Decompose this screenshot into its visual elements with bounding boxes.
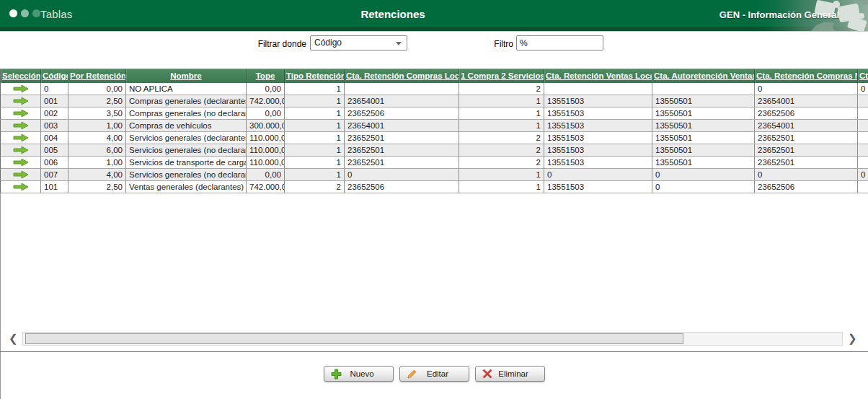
filtro-input[interactable] bbox=[516, 35, 603, 51]
cell-cta_retencion_ventas_local: 13551503 bbox=[544, 144, 652, 157]
table-row: 0023,50Compras generales (no declarantes… bbox=[0, 108, 868, 120]
cell-nombre: Compras generales (no declarantes) bbox=[126, 108, 247, 120]
cell-tope: 300.000,00 bbox=[247, 120, 285, 132]
cell-cta_retencion_compras_niif: 0 bbox=[755, 83, 858, 95]
cell-codigo: 0 bbox=[41, 83, 68, 95]
cell-por_retencion: 4,00 bbox=[68, 132, 126, 144]
cell-compra_servicios: 1 bbox=[459, 181, 544, 193]
row-select-arrow[interactable] bbox=[0, 169, 41, 181]
row-select-arrow[interactable] bbox=[0, 95, 41, 108]
table-row: 1012,50Ventas generales (declarantes)742… bbox=[0, 181, 868, 193]
column-header-tope[interactable]: Tope bbox=[247, 69, 285, 83]
filter-where-label: Filtrar donde bbox=[245, 39, 306, 49]
cell-cta_retencion_ventas_local: 13551503 bbox=[544, 108, 652, 120]
row-select-arrow[interactable] bbox=[0, 181, 41, 193]
cell-cta_retencion_compras_local: 23652501 bbox=[345, 132, 459, 144]
cell-por_retencion: 1,00 bbox=[68, 120, 126, 132]
cell-codigo: 004 bbox=[41, 132, 68, 144]
column-header-cta_retencion_compras_local[interactable]: Cta. Retención Compras Local bbox=[345, 69, 459, 83]
page-title: Retenciones bbox=[0, 0, 786, 27]
cell-nombre: Ventas generales (declarantes) bbox=[126, 181, 247, 193]
cell-tope: 742.000,00 bbox=[247, 95, 285, 108]
arrow-right-icon bbox=[13, 170, 29, 179]
scrollbar-thumb[interactable] bbox=[25, 333, 683, 344]
cell-cta_retencion_compras_niif: 23652501 bbox=[755, 132, 858, 144]
cell-cta_autoretencion_ventas: 13550501 bbox=[652, 95, 755, 108]
scrollbar-track[interactable] bbox=[22, 332, 843, 346]
cell-cta_retencion_ventas_local: 13551503 bbox=[544, 157, 652, 169]
cell-codigo: 007 bbox=[41, 169, 68, 181]
cell-cta_autoretencion_ventas: 13550501 bbox=[652, 132, 755, 144]
column-header-cta_autoretencion_ventas[interactable]: Cta. Autoretención Ventas bbox=[652, 69, 755, 83]
cell-nombre: Compras generales (declarantes) bbox=[126, 95, 247, 108]
filter-where-select[interactable]: Código bbox=[310, 35, 407, 51]
row-select-arrow[interactable] bbox=[0, 120, 41, 132]
cell-extra bbox=[858, 120, 868, 132]
column-header-cta_retencion_compras_niif[interactable]: Cta. Retención Compras Niif bbox=[755, 69, 858, 83]
cell-tipo_retencion: 1 bbox=[285, 132, 345, 144]
arrow-right-icon bbox=[13, 183, 29, 191]
cell-cta_retencion_ventas_local: 13551503 bbox=[544, 95, 652, 108]
cell-extra bbox=[858, 108, 868, 120]
app-window: Tablas Retenciones bbox=[0, 0, 868, 399]
grid-body: 00,00NO APLICA0,0012000012,50Compras gen… bbox=[0, 83, 868, 193]
arrow-right-icon bbox=[13, 97, 29, 105]
cell-extra: 0 bbox=[858, 169, 868, 181]
filtro-label: Filtro bbox=[476, 39, 513, 49]
cell-tipo_retencion: 2 bbox=[285, 181, 345, 193]
column-header-compra_servicios[interactable]: 1 Compra 2 Servicios bbox=[459, 69, 544, 83]
cell-cta_retencion_compras_niif: 0 bbox=[755, 169, 858, 181]
cell-cta_retencion_ventas_local: 13551503 bbox=[544, 120, 652, 132]
delete-button[interactable]: Eliminar bbox=[475, 366, 545, 382]
cell-cta_retencion_ventas_local: 13551503 bbox=[544, 132, 652, 144]
cell-cta_retencion_compras_niif: 23652506 bbox=[755, 181, 858, 193]
cell-compra_servicios: 1 bbox=[459, 169, 544, 181]
column-header-por_retencion[interactable]: Por Retención bbox=[68, 69, 126, 83]
cell-cta_retencion_compras_niif: 23652506 bbox=[755, 108, 858, 120]
scroll-left-arrow-icon[interactable]: ❮ bbox=[9, 332, 18, 345]
column-header-cta_retencion_ventas_local[interactable]: Cta. Retención Ventas Local bbox=[544, 69, 652, 83]
cell-codigo: 003 bbox=[41, 120, 68, 132]
cell-por_retencion: 1,00 bbox=[68, 157, 126, 169]
row-select-arrow[interactable] bbox=[0, 144, 41, 157]
cell-tope: 0,00 bbox=[247, 169, 285, 181]
cell-nombre: NO APLICA bbox=[126, 83, 247, 95]
table-row: 0056,00Servicios generales (no declarant… bbox=[0, 144, 868, 157]
row-select-arrow[interactable] bbox=[0, 83, 41, 95]
cell-extra bbox=[858, 132, 868, 144]
cell-por_retencion: 0,00 bbox=[68, 83, 126, 95]
column-header-seleccion[interactable]: Selección bbox=[0, 69, 41, 83]
column-header-tipo_retencion[interactable]: Tipo Retención bbox=[285, 69, 345, 83]
cell-codigo: 005 bbox=[41, 144, 68, 157]
edit-button[interactable]: Editar bbox=[399, 366, 469, 382]
cell-cta_retencion_ventas_local bbox=[544, 83, 652, 95]
row-select-arrow[interactable] bbox=[0, 108, 41, 120]
new-button[interactable]: Nuevo bbox=[324, 366, 394, 382]
cell-cta_retencion_compras_local: 23652501 bbox=[345, 144, 459, 157]
column-header-nombre[interactable]: Nombre bbox=[126, 69, 247, 83]
cell-cta_retencion_compras_local bbox=[345, 83, 459, 95]
cell-tipo_retencion: 1 bbox=[285, 169, 345, 181]
row-select-arrow[interactable] bbox=[0, 157, 41, 169]
table-row: 0012,50Compras generales (declarantes)74… bbox=[0, 95, 868, 108]
cell-tope: 110.000,00 bbox=[247, 157, 285, 169]
cell-cta_retencion_compras_local: 23654001 bbox=[345, 95, 459, 108]
cell-cta_retencion_compras_local: 23652501 bbox=[345, 157, 459, 169]
cell-por_retencion: 2,50 bbox=[68, 181, 126, 193]
arrow-right-icon bbox=[13, 158, 29, 167]
cell-compra_servicios: 2 bbox=[459, 132, 544, 144]
cell-nombre: Servicios generales (declarantes) bbox=[126, 132, 247, 144]
cell-extra bbox=[858, 157, 868, 169]
horizontal-scrollbar: ❮ ❯ bbox=[0, 331, 868, 348]
column-header-codigo[interactable]: Código bbox=[41, 69, 68, 83]
scroll-right-arrow-icon[interactable]: ❯ bbox=[848, 332, 857, 345]
cell-extra: 0 bbox=[858, 83, 868, 95]
row-select-arrow[interactable] bbox=[0, 132, 41, 144]
cell-por_retencion: 6,00 bbox=[68, 144, 126, 157]
cell-codigo: 002 bbox=[41, 108, 68, 120]
arrow-right-icon bbox=[13, 109, 29, 118]
arrow-right-icon bbox=[13, 84, 29, 93]
cell-tope: 0,00 bbox=[247, 83, 285, 95]
cell-por_retencion: 3,50 bbox=[68, 108, 126, 120]
column-header-extra[interactable]: Cta. bbox=[858, 69, 868, 83]
